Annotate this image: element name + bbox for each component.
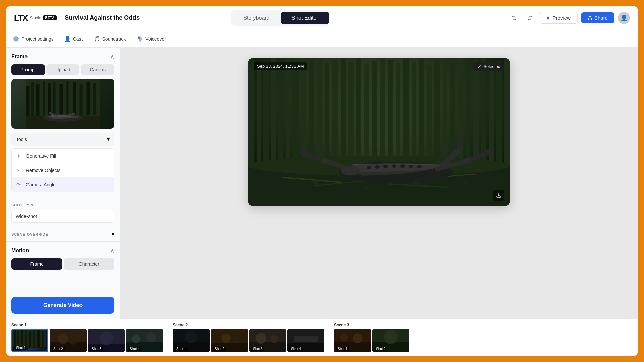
undo-button[interactable]	[508, 12, 520, 24]
svg-point-105	[233, 336, 239, 343]
download-button[interactable]	[493, 190, 504, 201]
motion-title: Motion	[11, 248, 29, 254]
project-title: Survival Against the Odds	[65, 14, 140, 21]
svg-rect-4	[31, 82, 34, 116]
shot-thumb-s3-1[interactable]: Shot 1	[334, 329, 371, 352]
svg-rect-8	[53, 82, 56, 115]
voiceover-icon: 🎙️	[137, 36, 143, 42]
svg-point-98	[146, 332, 156, 342]
motion-section: Motion ∧ Frame Character	[6, 242, 120, 297]
motion-header: Motion ∧	[11, 247, 114, 254]
soundtrack-nav[interactable]: 🎵 Soundtrack	[94, 36, 126, 42]
svg-point-115	[340, 333, 348, 341]
svg-rect-12	[80, 84, 83, 116]
svg-point-109	[270, 335, 278, 343]
remove-objects-tool[interactable]: ✂ Remove Objects	[12, 163, 114, 178]
shot-thumb-s1-4[interactable]: Shot 4	[126, 329, 163, 352]
svg-point-116	[353, 333, 363, 343]
camera-angle-icon: ⟳	[16, 182, 22, 188]
filmstrip: Scene 1 Shot 1 Shot 2 Shot 3	[6, 319, 638, 356]
shot-label-s1-3: Shot 3	[90, 347, 103, 351]
character-motion-tab[interactable]: Character	[64, 258, 115, 270]
svg-point-119	[384, 330, 397, 344]
soundtrack-icon: 🎵	[94, 36, 100, 42]
svg-rect-14	[93, 83, 96, 115]
redo-button[interactable]	[524, 12, 536, 24]
selected-badge: Selected	[473, 62, 504, 71]
top-right-actions: Preview Share 👤	[508, 12, 630, 24]
shot-thumb-s2-4[interactable]: Shot 4	[287, 329, 324, 352]
motion-collapse-button[interactable]: ∧	[110, 247, 114, 254]
scene3-label: Scene 3	[334, 323, 409, 327]
camera-angle-tool[interactable]: ⟳ Camera Angle	[12, 178, 114, 192]
scene3-group: Scene 3 Shot 1 Shot 2	[334, 323, 409, 352]
svg-rect-112	[294, 336, 318, 342]
user-avatar[interactable]: 👤	[618, 12, 630, 24]
scene-override-section[interactable]: SCENE OVERRIDE ▾	[6, 227, 120, 242]
voiceover-nav[interactable]: 🎙️ Voiceover	[137, 36, 166, 42]
scene3-shots: Shot 1 Shot 2	[334, 329, 409, 352]
frame-section: Frame ∧ Prompt Upload Canvas	[6, 48, 120, 199]
top-bar: LTX Studio BETA Survival Against the Odd…	[6, 6, 638, 30]
svg-point-101	[185, 331, 197, 343]
share-button[interactable]: Share	[581, 12, 614, 23]
settings-icon: ⚙️	[13, 36, 19, 42]
scene-separator-2	[329, 329, 329, 356]
shot-type-section: SHOT TYPE	[6, 199, 120, 227]
sub-nav: ⚙️ Project settings 👤 Cast 🎵 Soundtrack …	[6, 30, 638, 48]
shot-label-s3-2: Shot 2	[374, 347, 387, 351]
tools-row[interactable]: Tools ▾	[11, 133, 114, 146]
shot-thumb-s2-3[interactable]: Shot 3	[249, 329, 286, 352]
svg-rect-11	[73, 82, 76, 116]
canvas-tab[interactable]: Canvas	[81, 64, 114, 75]
main-content: Frame ∧ Prompt Upload Canvas	[6, 48, 638, 319]
svg-rect-83	[37, 330, 40, 349]
shot-label-s2-3: Shot 3	[251, 347, 264, 351]
shot-label-s2-4: Shot 4	[289, 347, 303, 351]
frame-collapse-button[interactable]: ∧	[110, 53, 114, 60]
svg-rect-10	[66, 81, 69, 116]
generative-fill-tool[interactable]: ✦ Generative Fill	[12, 149, 114, 163]
generate-video-button[interactable]: Generate Video	[11, 297, 114, 314]
sidebar: Frame ∧ Prompt Upload Canvas	[6, 48, 120, 319]
generative-fill-icon: ✦	[16, 153, 22, 159]
prompt-tab[interactable]: Prompt	[11, 64, 45, 75]
shot-thumb-s2-1[interactable]: Shot 1	[173, 329, 210, 352]
remove-objects-label: Remove Objects	[26, 168, 60, 173]
studio-label: Studio	[30, 15, 41, 20]
storyboard-tab[interactable]: Storyboard	[232, 12, 280, 24]
upload-tab[interactable]: Upload	[46, 64, 80, 75]
svg-marker-0	[547, 16, 549, 20]
shot-label-s3-1: Shot 1	[336, 347, 349, 351]
shot-editor-tab[interactable]: Shot Editor	[281, 12, 329, 24]
frame-preview	[11, 79, 114, 129]
scene-separator-1	[168, 329, 168, 356]
logo-text: LTX	[14, 13, 28, 23]
scene-override-chevron-icon: ▾	[112, 231, 114, 237]
cast-nav[interactable]: 👤 Cast	[64, 36, 83, 42]
project-settings-nav[interactable]: ⚙️ Project settings	[13, 36, 54, 42]
svg-point-97	[132, 335, 140, 343]
tools-dropdown: ✦ Generative Fill ✂ Remove Objects ⟳ Cam…	[11, 148, 114, 192]
shot-thumb-s1-3[interactable]: Shot 3	[88, 329, 125, 352]
shot-thumb-s3-2[interactable]: Shot 2	[372, 329, 409, 352]
preview-button[interactable]: Preview	[539, 12, 578, 24]
svg-point-91	[69, 337, 77, 345]
svg-rect-82	[33, 330, 35, 349]
svg-rect-5	[36, 84, 40, 116]
svg-rect-85	[46, 330, 48, 349]
shot-type-input[interactable]	[11, 210, 114, 223]
shot-thumb-s1-2[interactable]: Shot 2	[50, 329, 87, 352]
frame-motion-tab[interactable]: Frame	[11, 258, 62, 270]
shot-thumb-s2-2[interactable]: Shot 2	[211, 329, 248, 352]
main-scene-svg	[248, 58, 510, 206]
main-scene	[248, 58, 510, 206]
motion-tabs: Frame Character	[11, 258, 114, 270]
shot-label-s2-2: Shot 2	[213, 347, 226, 351]
shot-label-s1-1: Shot 1	[14, 346, 28, 350]
svg-point-108	[256, 333, 266, 344]
scene-override-label: SCENE OVERRIDE	[11, 232, 48, 236]
svg-rect-3	[26, 86, 30, 116]
svg-rect-84	[42, 331, 44, 349]
shot-thumb-s1-1[interactable]: Shot 1	[11, 329, 48, 352]
